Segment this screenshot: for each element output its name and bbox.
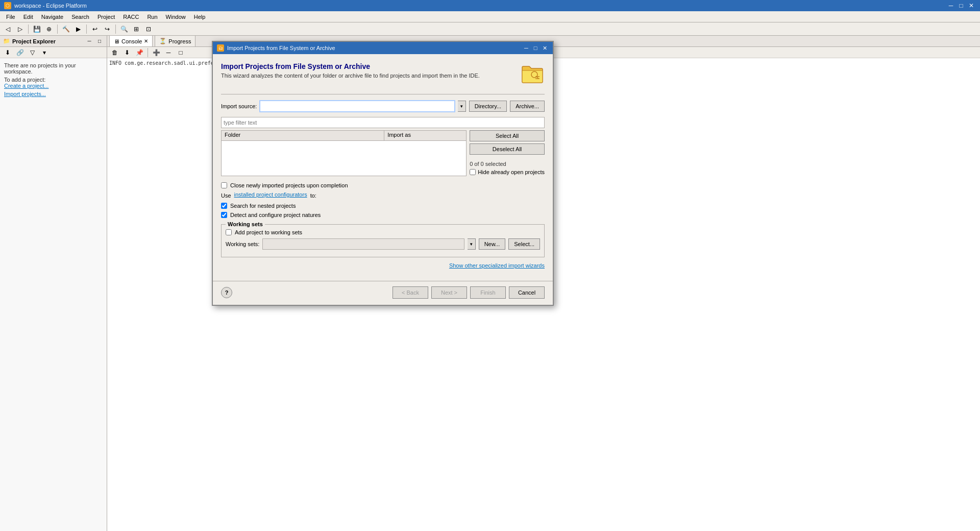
- search-nested-label: Search for nested projects: [230, 203, 296, 209]
- import-projects-link[interactable]: Import projects...: [4, 91, 103, 97]
- toolbar-sep-4: [115, 25, 116, 34]
- hide-open-label: Hide already open projects: [478, 169, 545, 175]
- import-source-label: Import source:: [221, 103, 257, 109]
- table-header: Folder Import as: [222, 131, 466, 141]
- collapse-btn[interactable]: ⬇: [2, 47, 13, 58]
- deselect-all-button[interactable]: Deselect All: [470, 143, 545, 155]
- project-explorer-header: 📁 Project Explorer ─ □: [0, 36, 107, 47]
- menu-help[interactable]: Help: [190, 13, 210, 21]
- maximize-button[interactable]: □: [957, 1, 966, 10]
- left-panel: 📁 Project Explorer ─ □ ⬇ 🔗 ▽ ▾ There are…: [0, 36, 107, 531]
- new-working-set-button[interactable]: New...: [479, 238, 506, 250]
- import-source-input[interactable]: [260, 101, 454, 112]
- toolbar-btn-8[interactable]: 🔍: [118, 23, 130, 35]
- menu-racc[interactable]: RACC: [119, 13, 143, 21]
- toolbar-btn-9[interactable]: ⊞: [131, 23, 142, 35]
- console-tab-label: Console: [121, 38, 142, 44]
- directory-button[interactable]: Directory...: [469, 101, 507, 112]
- close-newly-imported-checkbox[interactable]: [221, 182, 227, 188]
- menu-search[interactable]: Search: [67, 13, 93, 21]
- create-project-link[interactable]: Create a project...: [4, 83, 103, 89]
- menu-edit[interactable]: Edit: [19, 13, 37, 21]
- console-scroll-btn[interactable]: ⬇: [121, 47, 133, 58]
- detect-configure-row: Detect and configure project natures: [221, 212, 545, 218]
- add-to-working-sets-row: Add project to working sets: [226, 229, 540, 235]
- menu-run[interactable]: Run: [143, 13, 161, 21]
- no-projects-text: There are no projects in your workspace.: [4, 62, 103, 75]
- help-button[interactable]: ?: [221, 287, 232, 298]
- menu-file[interactable]: File: [2, 13, 19, 21]
- table-col-import: Import as: [384, 131, 466, 140]
- panel-maximize-btn[interactable]: □: [95, 37, 104, 45]
- tab-progress[interactable]: ⏳ Progress: [155, 35, 195, 46]
- toolbar-btn-7[interactable]: ↪: [102, 23, 113, 35]
- dialog-title-bar: 🗂 Import Projects from File System or Ar…: [213, 42, 553, 54]
- table-button-group: Select All Deselect All 0 of 0 selected …: [470, 130, 545, 176]
- filter-btn[interactable]: ▽: [27, 47, 38, 58]
- working-sets-dropdown[interactable]: ▼: [468, 238, 476, 250]
- back-button[interactable]: < Back: [393, 286, 428, 299]
- detect-configure-checkbox[interactable]: [221, 212, 227, 218]
- dialog-footer: ? < Back Next > Finish Cancel: [213, 281, 553, 305]
- dialog-header-title: Import Projects from File System or Arch…: [221, 62, 515, 70]
- working-sets-group: Working sets Add project to working sets…: [221, 221, 545, 257]
- tab-console[interactable]: 🖥 Console ✕: [109, 35, 153, 46]
- console-sep: [148, 48, 148, 57]
- toolbar-btn-2[interactable]: ▷: [14, 23, 26, 35]
- toolbar-btn-5[interactable]: ▶: [72, 23, 84, 35]
- toolbar-save[interactable]: 💾: [31, 23, 42, 35]
- panel-minimize-btn[interactable]: ─: [85, 37, 93, 45]
- add-to-working-sets-checkbox[interactable]: [226, 229, 232, 235]
- close-button[interactable]: ✕: [967, 1, 976, 10]
- toolbar-btn-4[interactable]: 🔨: [60, 23, 71, 35]
- toolbar-btn-3[interactable]: ⊕: [43, 23, 55, 35]
- project-explorer-title: Project Explorer: [12, 38, 83, 44]
- cancel-button[interactable]: Cancel: [509, 286, 545, 299]
- project-explorer-content: There are no projects in your workspace.…: [0, 58, 107, 531]
- console-clear-btn[interactable]: 🗑: [109, 47, 120, 58]
- toolbar-btn-1[interactable]: ◁: [2, 23, 13, 35]
- dialog-header: Import Projects from File System or Arch…: [221, 62, 545, 87]
- filter-row: [221, 117, 545, 128]
- finish-button[interactable]: Finish: [470, 286, 506, 299]
- dialog-close-btn[interactable]: ✕: [541, 44, 549, 52]
- progress-tab-label: Progress: [168, 38, 191, 44]
- select-working-set-button[interactable]: Select...: [508, 238, 540, 250]
- minimize-button[interactable]: ─: [946, 1, 955, 10]
- working-sets-input[interactable]: [262, 238, 464, 250]
- toolbar-sep-1: [28, 25, 29, 34]
- view-menu-btn[interactable]: ▾: [39, 47, 50, 58]
- installed-configurators-link[interactable]: installed project configurators: [234, 191, 307, 198]
- menu-navigate[interactable]: Navigate: [37, 13, 67, 21]
- menu-project[interactable]: Project: [93, 13, 119, 21]
- selection-count: 0 of 0 selected: [470, 161, 545, 167]
- select-all-button[interactable]: Select All: [470, 130, 545, 141]
- installed-configurators-row: Use installed project configurators to:: [221, 191, 545, 200]
- console-maximize-btn[interactable]: □: [175, 47, 186, 58]
- console-new-btn[interactable]: ➕: [151, 47, 162, 58]
- table-area: Folder Import as: [221, 130, 467, 176]
- toolbar-btn-10[interactable]: ⊡: [143, 23, 154, 35]
- table-col-folder: Folder: [222, 131, 384, 140]
- folder-icon: [520, 62, 545, 87]
- search-nested-row: Search for nested projects: [221, 203, 545, 209]
- next-button[interactable]: Next >: [431, 286, 467, 299]
- import-dialog: 🗂 Import Projects from File System or Ar…: [212, 41, 554, 306]
- console-icon: 🖥: [114, 38, 119, 44]
- hide-open-checkbox[interactable]: [470, 169, 476, 175]
- toolbar-btn-6[interactable]: ↩: [89, 23, 101, 35]
- link-btn[interactable]: 🔗: [14, 47, 26, 58]
- specialized-import-link[interactable]: Show other specialized import wizards: [221, 262, 545, 269]
- dialog-minimize-btn[interactable]: ─: [522, 44, 530, 52]
- console-tab-close[interactable]: ✕: [144, 38, 148, 44]
- dialog-maximize-btn[interactable]: □: [531, 44, 540, 52]
- menu-window[interactable]: Window: [162, 13, 190, 21]
- console-pin-btn[interactable]: 📌: [134, 47, 145, 58]
- app-icon: ⬡: [4, 2, 11, 9]
- console-minimize-btn[interactable]: ─: [163, 47, 174, 58]
- filter-input[interactable]: [221, 117, 545, 128]
- import-source-dropdown[interactable]: ▼: [458, 101, 466, 112]
- archive-button[interactable]: Archive...: [510, 101, 545, 112]
- search-nested-checkbox[interactable]: [221, 203, 227, 209]
- project-explorer-icon: 📁: [3, 38, 10, 44]
